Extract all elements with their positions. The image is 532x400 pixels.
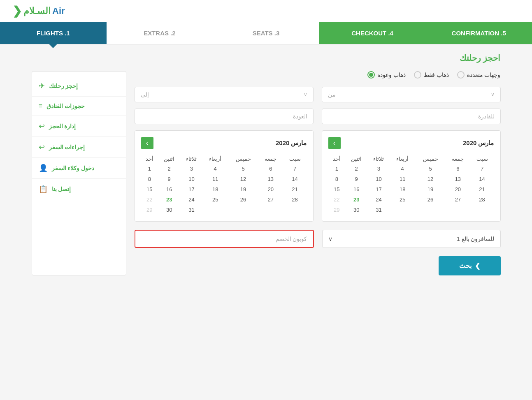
table-row[interactable]: 27	[446, 194, 470, 205]
table-row[interactable]: 15	[328, 184, 346, 194]
table-row[interactable]: 27	[258, 194, 283, 205]
table-row[interactable]: 31	[367, 205, 390, 215]
table-row[interactable]: 30	[158, 205, 180, 215]
table-row[interactable]: 17	[367, 184, 390, 194]
radio-oneway[interactable]: ذهاب فقط	[414, 71, 449, 79]
radio-round-label: ذهاب وعودة	[377, 72, 406, 78]
table-row[interactable]: 14	[470, 174, 494, 184]
table-row[interactable]: 29	[141, 205, 158, 215]
passengers-field[interactable]: ∨ للسافرون بالغ 1	[322, 230, 501, 248]
table-row[interactable]: 13	[258, 174, 283, 184]
table-row[interactable]: 7	[283, 164, 307, 174]
table-row[interactable]: 28	[283, 194, 307, 205]
table-row[interactable]: 18	[203, 184, 228, 194]
table-row[interactable]: 22	[141, 194, 158, 205]
table-row[interactable]: 16	[158, 184, 180, 194]
from-to-row: ∨ إلى ∨ من	[135, 87, 501, 102]
table-row[interactable]: 4	[390, 164, 415, 174]
radio-oneway-circle	[414, 71, 421, 79]
table-row[interactable]: 8	[328, 174, 346, 184]
from-field[interactable]: ∨ من	[322, 87, 501, 102]
table-row[interactable]: 12	[228, 174, 258, 184]
nav-step-checkout[interactable]: CHECKOUT .4	[319, 22, 426, 44]
table-row[interactable]: 2	[345, 164, 367, 174]
sidebar-item-book[interactable]: إحجز رحلتك ✈	[32, 76, 126, 97]
table-row[interactable]: 14	[283, 174, 307, 184]
header: Air ﺍﻟﺴـﻼﻡ ❮	[0, 0, 532, 22]
table-row[interactable]: 2	[158, 164, 180, 174]
table-row[interactable]: 9	[158, 174, 180, 184]
table-row[interactable]: 30	[345, 205, 367, 215]
table-row[interactable]: 31	[180, 205, 202, 215]
left-cal-day-sat: سبت	[283, 154, 307, 164]
right-cal-week-4: 28 27 26 25 24 23 22	[328, 194, 494, 205]
from-arrow-icon: ∨	[491, 92, 495, 97]
search-btn-icon: ❯	[475, 262, 480, 270]
table-row[interactable]: 12	[415, 174, 446, 184]
nav-step-confirmation[interactable]: CONFIRMATION .5	[425, 22, 532, 44]
table-row[interactable]: 10	[367, 174, 390, 184]
table-row[interactable]: 26	[415, 194, 446, 205]
sidebar-item-manage[interactable]: إدارة الحجز ↩	[32, 116, 126, 137]
table-row[interactable]: 22	[328, 194, 346, 205]
coupon-field[interactable]: كوبون الخصم	[135, 230, 314, 248]
left-cal-next-btn[interactable]: ›	[141, 137, 153, 149]
table-row[interactable]: 23	[158, 194, 180, 205]
return-date-field[interactable]: العودة	[135, 109, 314, 124]
sidebar-item-contact[interactable]: إتصل بنا 📋	[32, 179, 126, 199]
table-row[interactable]: 8	[141, 174, 158, 184]
passengers-arrow-icon: ∨	[328, 236, 332, 242]
table-row[interactable]: 3	[180, 164, 202, 174]
sidebar-label-agents: دخول وكلاء السفر	[52, 165, 95, 171]
table-row[interactable]: 6	[258, 164, 283, 174]
table-row[interactable]: 25	[390, 194, 415, 205]
bottom-row: كوبون الخصم ∨ للسافرون بالغ 1	[135, 230, 501, 248]
search-button[interactable]: ❯ بحث	[439, 256, 501, 275]
table-row[interactable]: 11	[203, 174, 228, 184]
table-row[interactable]: 1	[328, 164, 346, 174]
manage-icon: ↩	[39, 122, 45, 131]
table-row[interactable]: 16	[345, 184, 367, 194]
table-row[interactable]: 19	[415, 184, 446, 194]
sidebar-item-travel[interactable]: إجراءات السفر ↩	[32, 137, 126, 158]
table-row[interactable]: 23	[345, 194, 367, 205]
table-row[interactable]: 17	[180, 184, 202, 194]
table-row[interactable]: 24	[180, 194, 202, 205]
table-row[interactable]: 28	[470, 194, 494, 205]
table-row[interactable]: 19	[228, 184, 258, 194]
table-row[interactable]: 7	[470, 164, 494, 174]
table-row[interactable]: 26	[228, 194, 258, 205]
table-row[interactable]: 18	[390, 184, 415, 194]
radio-round[interactable]: ذهاب وعودة	[367, 71, 406, 79]
table-row[interactable]: 11	[390, 174, 415, 184]
table-row[interactable]: 13	[446, 174, 470, 184]
right-cal-next-btn[interactable]: ›	[328, 137, 341, 149]
nav-step-seats[interactable]: SEATS .3	[213, 22, 319, 44]
left-cal-day-thu: خميس	[228, 154, 258, 164]
table-row[interactable]: 3	[367, 164, 390, 174]
sidebar-item-hotel[interactable]: حجوزات الفنادق ≡	[32, 97, 126, 116]
table-row[interactable]: 5	[228, 164, 258, 174]
nav-step-flights[interactable]: FLIGHTS .1	[0, 22, 107, 44]
table-row[interactable]: 6	[446, 164, 470, 174]
table-row[interactable]: 20	[258, 184, 283, 194]
radio-multi[interactable]: وجهات متعددة	[457, 71, 501, 79]
nav-step-extras[interactable]: EXTRAS .2	[107, 22, 213, 44]
table-row[interactable]: 25	[203, 194, 228, 205]
right-calendar: › مارس 2020 سبت جمعة خميس أربعاء ثلاثاء …	[322, 130, 501, 222]
sidebar-item-agents[interactable]: دخول وكلاء السفر 👤	[32, 158, 126, 179]
table-row[interactable]: 21	[470, 184, 494, 194]
table-row[interactable]: 29	[328, 205, 346, 215]
table-row[interactable]: 20	[446, 184, 470, 194]
table-row[interactable]: 21	[283, 184, 307, 194]
right-cal-day-tue: ثلاثاء	[367, 154, 390, 164]
table-row[interactable]: 10	[180, 174, 202, 184]
table-row[interactable]: 9	[345, 174, 367, 184]
table-row[interactable]: 1	[141, 164, 158, 174]
table-row[interactable]: 5	[415, 164, 446, 174]
table-row[interactable]: 15	[141, 184, 158, 194]
to-field[interactable]: ∨ إلى	[135, 87, 314, 102]
departure-date-field[interactable]: للقادرة	[322, 109, 501, 124]
table-row[interactable]: 4	[203, 164, 228, 174]
table-row[interactable]: 24	[367, 194, 390, 205]
